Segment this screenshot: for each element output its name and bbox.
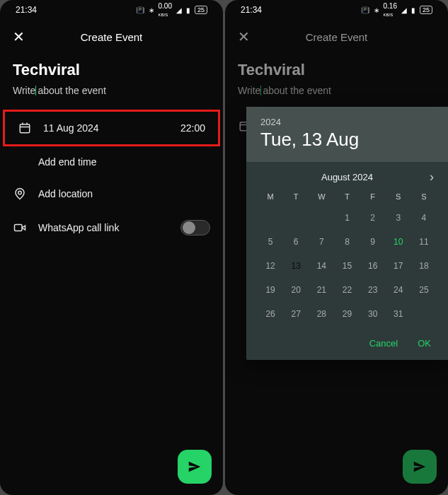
whatsapp-call-toggle[interactable] — [180, 220, 210, 235]
cancel-button[interactable]: Cancel — [369, 338, 398, 349]
day-cell[interactable]: 5 — [258, 232, 283, 252]
page-title: Create Event — [306, 31, 368, 43]
chevron-right-icon[interactable]: › — [430, 170, 434, 185]
status-right: 📳 ∗ 0.00KB/S ◢ ▮ 25 — [136, 2, 207, 18]
day-cell[interactable]: 2 — [360, 208, 386, 228]
vibrate-icon: 📳 — [136, 6, 144, 14]
day-cell[interactable]: 12 — [258, 256, 283, 276]
day-cell[interactable]: 25 — [411, 280, 437, 300]
day-cell[interactable]: 13 — [283, 256, 309, 276]
svg-rect-5 — [15, 225, 23, 231]
bluetooth-icon: ∗ — [374, 6, 379, 14]
day-cell[interactable]: 30 — [360, 304, 386, 324]
day-cell[interactable]: 20 — [283, 280, 309, 300]
signal-icon: ▮ — [411, 6, 415, 14]
weekday-label: T — [283, 192, 309, 201]
add-location-label: Add location — [38, 188, 210, 199]
weekday-label: M — [258, 192, 283, 201]
day-cell[interactable]: 31 — [386, 304, 411, 324]
time-label: 22:00 — [180, 122, 205, 134]
day-cell[interactable]: 3 — [386, 208, 411, 228]
phone-left: 21:34 📳 ∗ 0.00KB/S ◢ ▮ 25 ✕ Create Event… — [0, 0, 223, 495]
header: ✕ Create Event — [0, 20, 223, 54]
day-cell — [283, 208, 309, 228]
wifi-icon: ◢ — [401, 6, 407, 14]
vibrate-icon: 📳 — [361, 6, 369, 14]
day-cell[interactable]: 9 — [360, 232, 386, 252]
status-bar: 21:34 📳 ∗ 0.16KB/S ◢ ▮ 25 — [225, 0, 448, 20]
weekday-label: W — [309, 192, 334, 201]
day-cell — [411, 304, 437, 324]
day-grid: 1234567891011121314151617181920212223242… — [246, 205, 448, 331]
day-cell[interactable]: 18 — [411, 256, 437, 276]
status-right: 📳 ∗ 0.16KB/S ◢ ▮ 25 — [361, 2, 432, 18]
phone-right: 21:34 📳 ∗ 0.16KB/S ◢ ▮ 25 ✕ Create Event… — [225, 0, 448, 495]
weekday-label: S — [386, 192, 411, 201]
status-time: 21:34 — [241, 5, 262, 15]
day-cell[interactable]: 1 — [334, 208, 360, 228]
video-icon — [13, 221, 27, 234]
event-title-input: Techviral — [225, 54, 448, 82]
datetime-highlight: 11 Aug 2024 22:00 — [3, 110, 220, 146]
day-cell[interactable]: 27 — [283, 304, 309, 324]
picker-date-label: Tue, 13 Aug — [260, 129, 434, 151]
event-desc-input[interactable]: Writeabout the event — [0, 82, 223, 110]
date-label: 11 Aug 2024 — [43, 122, 169, 134]
whatsapp-call-row: WhatsApp call link — [0, 210, 223, 245]
wifi-icon: ◢ — [176, 6, 182, 14]
day-cell[interactable]: 23 — [360, 280, 386, 300]
battery-icon: 25 — [420, 6, 432, 14]
signal-icon: ▮ — [186, 6, 190, 14]
day-cell[interactable]: 21 — [309, 280, 334, 300]
add-location-row[interactable]: Add location — [0, 177, 223, 210]
day-cell — [309, 208, 334, 228]
day-cell[interactable]: 11 — [411, 232, 437, 252]
picker-actions: Cancel OK — [246, 331, 448, 360]
datetime-row[interactable]: 11 Aug 2024 22:00 — [5, 112, 218, 144]
weekday-label: F — [360, 192, 386, 201]
ok-button[interactable]: OK — [418, 338, 431, 349]
day-cell[interactable]: 29 — [334, 304, 360, 324]
weekday-label: T — [334, 192, 360, 201]
day-cell[interactable]: 22 — [334, 280, 360, 300]
picker-year[interactable]: 2024 — [260, 117, 434, 127]
day-cell — [258, 208, 283, 228]
month-nav: August 2024 › — [246, 162, 448, 188]
weekday-header: MTWTFSS — [246, 188, 448, 205]
day-cell[interactable]: 10 — [386, 232, 411, 252]
battery-icon: 25 — [195, 6, 207, 14]
day-cell[interactable]: 4 — [411, 208, 437, 228]
day-cell[interactable]: 7 — [309, 232, 334, 252]
svg-rect-0 — [20, 124, 30, 133]
whatsapp-call-label: WhatsApp call link — [38, 222, 169, 233]
day-cell[interactable]: 28 — [309, 304, 334, 324]
day-cell[interactable]: 17 — [386, 256, 411, 276]
day-cell[interactable]: 24 — [386, 280, 411, 300]
header: ✕ Create Event — [225, 20, 448, 54]
event-desc-input: Writeabout the event — [225, 82, 448, 110]
bluetooth-icon: ∗ — [149, 6, 154, 14]
day-cell[interactable]: 19 — [258, 280, 283, 300]
day-cell[interactable]: 15 — [334, 256, 360, 276]
weekday-label: S — [411, 192, 437, 201]
date-picker: 2024 Tue, 13 Aug August 2024 › MTWTFSS 1… — [246, 107, 448, 360]
send-button[interactable] — [403, 450, 437, 484]
day-cell[interactable]: 16 — [360, 256, 386, 276]
month-label: August 2024 — [321, 172, 373, 182]
add-end-time-label: Add end time — [38, 156, 210, 168]
day-cell[interactable]: 8 — [334, 232, 360, 252]
picker-header: 2024 Tue, 13 Aug — [246, 107, 448, 162]
status-bar: 21:34 📳 ∗ 0.00KB/S ◢ ▮ 25 — [0, 0, 223, 20]
add-end-time-row[interactable]: Add end time — [0, 146, 223, 177]
page-title: Create Event — [81, 31, 143, 43]
day-cell[interactable]: 26 — [258, 304, 283, 324]
send-button[interactable] — [178, 450, 212, 484]
close-icon[interactable]: ✕ — [238, 28, 252, 45]
calendar-icon — [18, 122, 32, 134]
day-cell[interactable]: 6 — [283, 232, 309, 252]
status-time: 21:34 — [16, 5, 37, 15]
day-cell[interactable]: 14 — [309, 256, 334, 276]
close-icon[interactable]: ✕ — [13, 28, 27, 45]
location-icon — [13, 187, 27, 200]
event-title-input[interactable]: Techviral — [0, 54, 223, 82]
